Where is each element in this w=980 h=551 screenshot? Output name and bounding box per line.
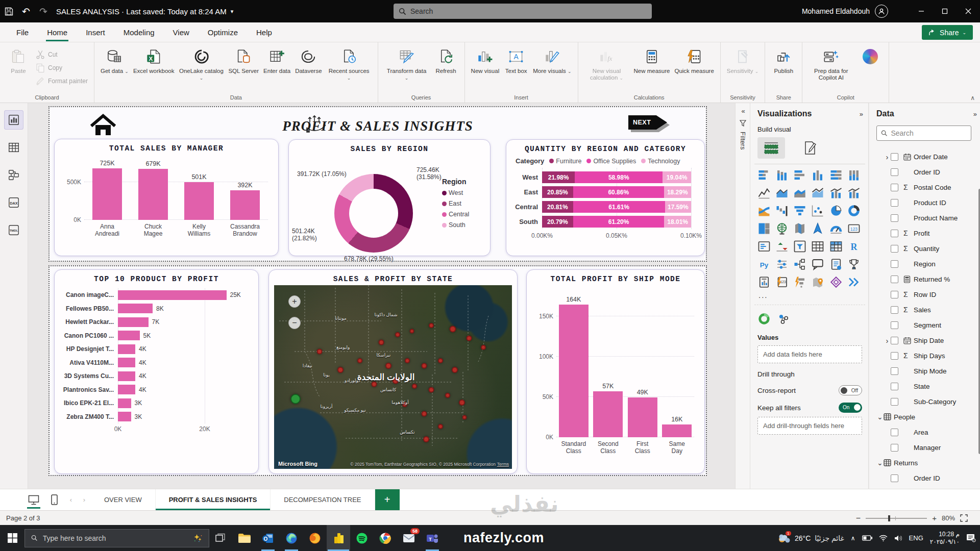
matrix-icon[interactable] (829, 240, 843, 253)
field-checkbox[interactable] (891, 184, 898, 191)
bar[interactable] (118, 398, 131, 408)
clock[interactable]: 10:28 م ٢٠٢٥/٠٩/١٠ (930, 531, 960, 546)
zoom-slider[interactable] (866, 518, 927, 519)
field-sales[interactable]: ΣSales (876, 302, 976, 317)
field-sub-category[interactable]: Sub-Category (876, 394, 976, 409)
collapse-icon[interactable]: ⌄ (876, 413, 884, 421)
bar[interactable] (662, 424, 692, 437)
field-ship-days[interactable]: ΣShip Days (876, 348, 976, 363)
bar-row[interactable]: Ibico EPK-21 El...3K (61, 396, 252, 410)
field-checkbox[interactable] (891, 291, 898, 298)
bar-column[interactable]: 49K (628, 290, 657, 437)
field-checkbox[interactable] (891, 245, 898, 253)
bar[interactable] (118, 412, 131, 421)
map-bubble[interactable] (438, 358, 443, 363)
stacked-row[interactable]: West21.98%58.98%19.04% (512, 170, 698, 185)
taskbar-search[interactable] (24, 529, 209, 547)
field-checkbox[interactable] (891, 444, 898, 452)
menu-item-modeling[interactable]: Modeling (114, 23, 164, 41)
bar-row[interactable]: HP Designjet T...4K (61, 342, 252, 356)
segment-furniture[interactable]: 21.98% (542, 171, 575, 183)
ribbon-button-refresh[interactable]: Refresh (432, 44, 460, 89)
ribbon-button-cut[interactable]: Cut (33, 48, 90, 61)
share-button[interactable]: Share ⌄ (922, 25, 973, 40)
field-checkbox[interactable] (891, 383, 898, 390)
field-area[interactable]: Area (876, 424, 976, 440)
line-clustered-column-chart-icon[interactable] (847, 186, 861, 199)
mail-taskbar-icon[interactable]: 58 (397, 525, 421, 551)
bar-row[interactable]: Hewlett Packar...7K (61, 315, 252, 329)
ribbon-button-sql-server[interactable]: SQL Server (226, 44, 261, 89)
bar[interactable] (593, 391, 623, 437)
bar-row[interactable]: Canon PC1060 ...5K (61, 329, 252, 343)
report-view-button[interactable] (4, 110, 23, 130)
metrics-icon[interactable] (847, 258, 861, 271)
bar[interactable] (118, 317, 149, 327)
ribbon-button-onelake-catalog[interactable]: OneLake catalog ⌄ (177, 44, 226, 89)
bar-row[interactable]: Canon imageC...25K (61, 288, 252, 302)
menu-item-file[interactable]: File (7, 23, 38, 41)
waterfall-chart-icon[interactable] (775, 204, 789, 217)
field-checkbox[interactable] (891, 153, 898, 161)
visual-quantity-by-region-category[interactable]: QUANTITY BY REGION AND CATEGORY Category… (506, 139, 705, 256)
field-checkbox[interactable] (891, 214, 898, 222)
minimize-button[interactable] (910, 0, 933, 22)
field-checkbox[interactable] (891, 306, 898, 314)
map-zoom-out-button[interactable]: − (288, 317, 301, 329)
map[interactable]: مونتاناشمال داكوتاوايومنغنبراسكاكولورادو… (274, 285, 512, 469)
r-script-visual-icon[interactable]: R (847, 240, 861, 253)
volume-icon[interactable] (894, 535, 902, 542)
ribbon-button-enter-data[interactable]: Enter data (261, 44, 292, 89)
save-icon[interactable] (0, 0, 17, 22)
task-view-taskbar-icon[interactable] (209, 525, 233, 551)
map-bubble[interactable] (371, 382, 377, 387)
map-bubble-green[interactable] (290, 394, 301, 404)
new-page-button[interactable]: + (375, 489, 400, 510)
edge-taskbar-icon[interactable] (280, 525, 303, 551)
chrome-taskbar-icon[interactable] (374, 525, 397, 551)
account-area[interactable]: Mohamed Eldahdouh (802, 0, 888, 22)
field-region[interactable]: Region (876, 256, 976, 271)
clustered-bar-chart-icon[interactable] (793, 168, 806, 182)
bar[interactable] (118, 290, 227, 300)
menu-item-view[interactable]: View (164, 23, 199, 41)
close-button[interactable] (957, 0, 980, 22)
segment-office-supplies[interactable]: 61.61% (573, 201, 665, 213)
field-state[interactable]: State (876, 379, 976, 394)
ribbon-collapse-icon[interactable]: ∧ (970, 94, 975, 102)
ribbon-button-excel-workbook[interactable]: XExcel workbook (131, 44, 177, 89)
expand-filters-icon[interactable]: « (741, 107, 744, 115)
filled-map-icon[interactable] (793, 222, 806, 235)
bar[interactable] (118, 331, 140, 340)
collapse-data-pane-icon[interactable]: » (973, 110, 976, 118)
bar-column[interactable]: 16K (662, 290, 692, 437)
field-order-id[interactable]: Order ID (876, 470, 976, 486)
wifi-icon[interactable] (879, 535, 888, 541)
stacked-column-chart-icon[interactable] (775, 168, 789, 182)
field-checkbox[interactable] (891, 367, 898, 375)
funnel-chart-icon[interactable] (793, 204, 806, 217)
field-search[interactable] (876, 126, 971, 141)
map-bubble[interactable] (449, 326, 456, 333)
zoom-in-icon[interactable]: + (932, 514, 937, 522)
ribbon-button-copilot[interactable] (856, 44, 885, 89)
bar-column[interactable]: 679K (138, 160, 168, 220)
segment-office-supplies[interactable]: 58.98% (575, 171, 663, 183)
multi-row-card-icon[interactable] (757, 240, 771, 253)
stacked-row[interactable]: South20.79%61.20%18.01% (512, 214, 698, 229)
bar-row[interactable]: Zebra ZM400 T...3K (61, 410, 252, 424)
menu-item-optimize[interactable]: Optimize (199, 23, 247, 41)
collapse-icon[interactable]: ⌄ (876, 459, 884, 467)
segment-technology[interactable]: 17.59% (665, 201, 691, 213)
field-row-id[interactable]: ΣRow ID (876, 287, 976, 302)
start-button[interactable] (0, 525, 24, 551)
map-bubble[interactable] (421, 411, 427, 417)
file-explorer-taskbar-icon[interactable] (233, 525, 256, 551)
donut-chart-icon[interactable] (847, 204, 861, 217)
add-drill-through-fields-dropzone[interactable]: Add drill-through fields here (757, 417, 862, 435)
report-canvas[interactable]: PROFIT & SALES INSIGHTS NEXT TOTAL SALES… (28, 103, 735, 489)
map-bubble[interactable] (385, 363, 391, 369)
field-returned[interactable]: Returned % (876, 271, 976, 287)
prev-page-icon[interactable]: ‹ (64, 489, 78, 510)
deneb-visual-icon[interactable] (829, 276, 843, 289)
